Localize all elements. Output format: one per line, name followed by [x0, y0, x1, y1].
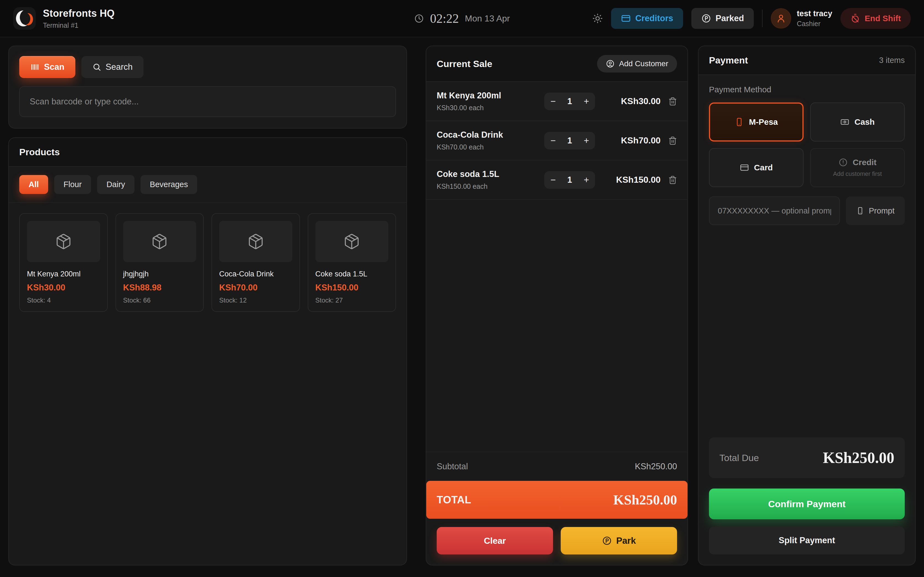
product-card[interactable]: Coca-Cola Drink KSh70.00 Stock: 12	[212, 213, 300, 312]
header-divider	[762, 10, 762, 27]
confirm-payment-button[interactable]: Confirm Payment	[709, 488, 905, 519]
add-customer-label: Add Customer	[619, 60, 668, 68]
package-icon	[219, 221, 292, 262]
scan-mode-button[interactable]: Scan	[19, 56, 75, 78]
product-card[interactable]: Mt Kenya 200ml KSh30.00 Stock: 4	[19, 213, 108, 312]
method-cash-button[interactable]: Cash	[810, 103, 905, 142]
package-icon	[315, 221, 389, 262]
current-sale-panel: Current Sale Add Customer Mt Kenya 200ml…	[426, 46, 688, 566]
remove-item-button[interactable]	[668, 136, 677, 145]
payment-title: Payment	[709, 55, 748, 66]
end-shift-label: End Shift	[864, 14, 901, 23]
trash-icon	[668, 136, 677, 145]
creditors-button[interactable]: Creditors	[611, 8, 683, 29]
category-chip-flour[interactable]: Flour	[54, 175, 91, 194]
stk-prompt-button[interactable]: Prompt	[846, 197, 905, 225]
subtotal-label: Subtotal	[437, 462, 468, 472]
increase-qty-button[interactable]: +	[584, 97, 589, 106]
product-price: KSh150.00	[315, 283, 389, 293]
brand: Storefronts HQ Terminal #1	[13, 7, 115, 30]
increase-qty-button[interactable]: +	[584, 175, 589, 184]
product-grid: Mt Kenya 200ml KSh30.00 Stock: 4 jhgjhgj…	[9, 203, 407, 322]
product-name: Coke soda 1.5L	[315, 270, 389, 278]
method-label: M-Pesa	[749, 117, 778, 127]
total-value: KSh250.00	[613, 492, 677, 508]
product-name: Coca-Cola Drink	[219, 270, 292, 278]
increase-qty-button[interactable]: +	[584, 136, 589, 145]
park-sale-button[interactable]: Park	[561, 527, 677, 554]
user-icon	[776, 13, 786, 23]
date-value: Mon 13 Apr	[465, 13, 510, 24]
user-menu[interactable]: test tracy Cashier	[771, 8, 832, 29]
decrease-qty-button[interactable]: −	[550, 136, 556, 145]
alert-circle-icon	[838, 158, 848, 167]
method-mpesa-button[interactable]: M-Pesa	[709, 103, 804, 142]
product-stock: Stock: 66	[123, 297, 196, 304]
remove-item-button[interactable]	[668, 176, 677, 184]
product-stock: Stock: 4	[27, 297, 100, 304]
sale-item-total: KSh30.00	[603, 96, 661, 106]
method-sublabel: Add customer first	[833, 170, 882, 177]
total-due-value: KSh250.00	[823, 449, 894, 467]
search-mode-button[interactable]: Search	[81, 56, 144, 78]
timer-off-icon	[850, 13, 860, 23]
product-card[interactable]: jhgjhgjh KSh88.98 Stock: 66	[115, 213, 204, 312]
clock-icon	[414, 13, 424, 23]
sale-item-unit-price: KSh150.00 each	[437, 182, 536, 190]
split-payment-button[interactable]: Split Payment	[709, 527, 905, 554]
qty-value: 1	[564, 175, 575, 185]
current-sale-title: Current Sale	[437, 58, 492, 69]
category-chip-all[interactable]: All	[19, 175, 48, 194]
category-filter: All Flour Dairy Beverages	[9, 167, 407, 203]
qty-value: 1	[564, 97, 575, 106]
time-value: 02:22	[430, 11, 459, 26]
subtotal-value: KSh250.00	[635, 462, 677, 472]
quantity-stepper: − 1 +	[544, 93, 595, 110]
method-card-button[interactable]: Card	[709, 148, 804, 187]
scanner-panel: Scan Search	[8, 46, 407, 129]
barcode-input[interactable]	[19, 86, 396, 117]
sale-item-name: Mt Kenya 200ml	[437, 91, 536, 101]
park-label: Park	[616, 535, 636, 546]
sale-item-name: Coke soda 1.5L	[437, 169, 536, 179]
payment-method-grid: M-Pesa Cash	[709, 103, 905, 187]
theme-toggle-sun-icon[interactable]	[592, 13, 603, 24]
end-shift-button[interactable]: End Shift	[840, 8, 911, 29]
category-chip-beverages[interactable]: Beverages	[141, 175, 197, 194]
credit-card-icon	[740, 163, 749, 172]
product-stock: Stock: 12	[219, 297, 292, 304]
sale-items-list: Mt Kenya 200ml KSh30.00 each − 1 + KSh30…	[426, 82, 688, 452]
add-customer-button[interactable]: Add Customer	[597, 55, 677, 73]
items-count-badge: 3 items	[879, 56, 905, 65]
method-label: Cash	[855, 117, 874, 127]
app-header: Storefronts HQ Terminal #1 02:22 Mon 13 …	[0, 0, 924, 37]
payment-method-label: Payment Method	[709, 85, 905, 94]
avatar	[771, 8, 791, 29]
park-circle-p-icon	[602, 536, 612, 546]
barcode-icon	[30, 62, 40, 72]
smartphone-icon	[735, 117, 744, 127]
quantity-stepper: − 1 +	[544, 171, 595, 189]
total-due-label: Total Due	[719, 453, 759, 463]
creditors-label: Creditors	[635, 13, 673, 23]
sale-item-row: Coke soda 1.5L KSh150.00 each − 1 + KSh1…	[426, 160, 688, 200]
parked-button[interactable]: Parked	[691, 8, 754, 29]
package-icon	[123, 221, 196, 262]
trash-icon	[668, 176, 677, 184]
trash-icon	[668, 97, 677, 106]
clear-sale-button[interactable]: Clear	[437, 527, 553, 554]
mpesa-phone-input[interactable]	[709, 197, 840, 225]
clock: 02:22 Mon 13 Apr	[414, 11, 510, 26]
sale-item-unit-price: KSh30.00 each	[437, 104, 536, 112]
search-label: Search	[106, 62, 132, 72]
decrease-qty-button[interactable]: −	[550, 175, 556, 184]
banknote-icon	[840, 117, 850, 127]
product-price: KSh88.98	[123, 283, 196, 293]
total-label: TOTAL	[437, 494, 471, 506]
remove-item-button[interactable]	[668, 97, 677, 106]
decrease-qty-button[interactable]: −	[550, 97, 556, 106]
method-credit-button[interactable]: Credit Add customer first	[810, 148, 905, 187]
product-card[interactable]: Coke soda 1.5L KSh150.00 Stock: 27	[308, 213, 396, 312]
category-chip-dairy[interactable]: Dairy	[97, 175, 134, 194]
parked-circle-p-icon	[701, 13, 711, 23]
